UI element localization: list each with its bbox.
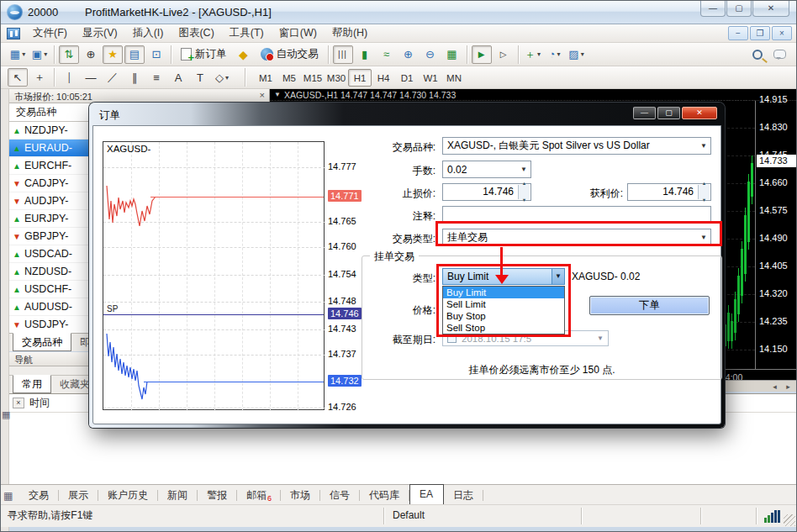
vertical-line-icon[interactable]: ｜: [59, 68, 79, 87]
menu-item[interactable]: 窗口(W): [272, 24, 325, 42]
indicators-icon[interactable]: ＋▾: [523, 45, 543, 64]
trendline-icon[interactable]: ／: [103, 68, 123, 87]
timeframe-button[interactable]: M30: [325, 69, 348, 87]
terminal-tab[interactable]: 信号: [320, 487, 360, 504]
menu-item[interactable]: 图表(C): [171, 24, 221, 42]
chat-icon[interactable]: [769, 45, 789, 64]
chart-window-title: ▼ XAGUSD-,H1 14.747 14.747 14.730 14.733: [270, 89, 797, 101]
mdi-close-button[interactable]: ×: [772, 26, 792, 40]
menu-item[interactable]: 插入(I): [125, 24, 172, 42]
auto-scroll-icon[interactable]: ▶: [472, 45, 492, 64]
profiles-icon[interactable]: ▣▾: [29, 45, 50, 64]
price-tick: 14.660: [759, 177, 788, 187]
menu-item[interactable]: 文件(F): [25, 24, 75, 42]
tile-windows-icon[interactable]: ▦: [442, 45, 462, 64]
new-order-button[interactable]: 新订单: [175, 45, 233, 65]
symbol-select[interactable]: XAGUSD-, 白银美元 Spot Silver vs US Dollar ▼: [442, 137, 711, 155]
price-tick: 14.490: [759, 233, 788, 243]
line-chart-icon[interactable]: ≈: [377, 45, 397, 64]
fibonacci-icon[interactable]: ≡: [146, 68, 166, 87]
spinner-arrows-icon[interactable]: ▲▼: [518, 185, 530, 199]
text-tool-icon[interactable]: A: [168, 68, 188, 87]
candlestick-chart-icon[interactable]: ▮: [355, 45, 375, 64]
profile-name[interactable]: Default: [393, 505, 425, 526]
expert-advisors-icon[interactable]: ◆: [234, 45, 254, 64]
text-label-icon[interactable]: T: [190, 68, 210, 87]
timeframe-button[interactable]: D1: [395, 69, 419, 87]
dialog-maximize-button[interactable]: ▢: [657, 107, 680, 119]
templates-icon[interactable]: ▨▾: [567, 45, 587, 64]
scroll-left-icon[interactable]: ◂: [768, 382, 781, 392]
channel-icon[interactable]: ∥: [124, 68, 145, 87]
terminal-close-icon[interactable]: ×: [13, 398, 24, 408]
terminal-tab[interactable]: 邮箱6: [237, 487, 281, 504]
terminal-tab[interactable]: 警报: [198, 487, 237, 504]
collapse-icon[interactable]: ▼: [274, 91, 281, 98]
stop-loss-label: 止损价:: [360, 187, 435, 201]
place-order-button[interactable]: 下单: [589, 296, 710, 315]
price-tick: 14.575: [759, 205, 788, 215]
chart-document-icon[interactable]: [7, 28, 20, 40]
minimize-button[interactable]: —: [700, 1, 726, 17]
order-dialog: 订单 — ▢ ✕ SP XAGUSD-: [89, 103, 725, 428]
close-button[interactable]: ✕: [752, 1, 789, 17]
terminal-tab[interactable]: 展示: [59, 487, 98, 504]
volume-select[interactable]: 0.02 ▼: [442, 161, 531, 178]
resize-grip[interactable]: [784, 514, 795, 526]
favorites-icon[interactable]: ★: [103, 45, 123, 64]
data-window-icon[interactable]: ⊡: [146, 45, 166, 64]
dialog-title: 订单: [99, 108, 120, 123]
timeframe-button[interactable]: MN: [442, 69, 466, 87]
terminal-tab[interactable]: 市场: [281, 487, 320, 504]
crosshair-window-icon[interactable]: ⊕: [81, 45, 101, 64]
terminal-tab[interactable]: 交易: [19, 487, 59, 504]
chart-shift-icon[interactable]: ▷: [494, 45, 514, 64]
stop-loss-stepper[interactable]: 14.746 ▲▼: [442, 183, 531, 201]
mdi-minimize-button[interactable]: −: [728, 26, 748, 40]
new-chart-icon[interactable]: ▦▾: [8, 45, 28, 64]
menu-item[interactable]: 工具(T): [222, 24, 272, 42]
mdi-restore-button[interactable]: ❐: [750, 26, 770, 40]
bar-chart-icon[interactable]: |||: [333, 45, 353, 64]
maximize-button[interactable]: ▢: [726, 1, 752, 17]
timeframe-button[interactable]: M15: [301, 69, 325, 87]
minimized-window-icon[interactable]: ▦: [2, 409, 12, 422]
terminal-tab[interactable]: EA: [409, 484, 444, 504]
timeframe-button[interactable]: H1: [348, 69, 372, 87]
zoom-in-icon[interactable]: ⊕: [398, 45, 419, 64]
navigator-tab[interactable]: 常用: [13, 375, 51, 393]
periods-icon[interactable]: ◔▾: [545, 45, 565, 64]
timeframe-button[interactable]: W1: [419, 69, 442, 87]
arrows-tool-icon[interactable]: ◇▾: [212, 68, 232, 87]
terminal-tab[interactable]: 账户历史: [98, 487, 158, 504]
terminal-tab[interactable]: 日志: [444, 487, 483, 504]
spinner-arrows-icon[interactable]: ▲▼: [698, 185, 710, 199]
horizontal-line-icon[interactable]: —: [81, 68, 101, 87]
cursor-tool-icon[interactable]: ↖: [8, 68, 28, 87]
title-bar: 20000 ProfitMarketHK-Live2 - [XAGUSD-,H1…: [1, 1, 796, 24]
tick-chart-icon[interactable]: ⇅: [59, 45, 79, 64]
menu-item[interactable]: 显示(V): [75, 24, 125, 42]
terminal-tab[interactable]: 代码库: [360, 487, 409, 504]
terminal-tab[interactable]: 新闻: [158, 487, 198, 504]
timeframe-button[interactable]: M1: [254, 69, 277, 87]
dialog-close-button[interactable]: ✕: [682, 107, 717, 119]
dialog-minimize-button[interactable]: —: [633, 107, 656, 119]
zoom-out-icon[interactable]: ⊖: [420, 45, 441, 64]
direction-icon: ▲: [9, 144, 24, 153]
auto-trading-icon: [261, 48, 273, 61]
comment-input[interactable]: [442, 206, 711, 223]
direction-icon: ▼: [9, 320, 24, 329]
timeframe-button[interactable]: M5: [277, 69, 301, 87]
crosshair-tool-icon[interactable]: ＋: [29, 68, 50, 87]
timeframe-button[interactable]: H4: [372, 69, 395, 87]
scroll-right-icon[interactable]: ▸: [782, 382, 794, 392]
market-watch-icon[interactable]: ▤: [124, 45, 145, 64]
search-icon[interactable]: [747, 45, 768, 64]
auto-trading-button[interactable]: 自动交易: [255, 45, 325, 65]
menu-item[interactable]: 帮助(H): [325, 24, 375, 42]
market-watch-close-icon[interactable]: ×: [260, 90, 265, 100]
take-profit-stepper[interactable]: 14.746 ▲▼: [627, 183, 711, 201]
price-tick: 14.737: [328, 348, 356, 360]
market-watch-tab[interactable]: 交易品种: [13, 333, 71, 351]
